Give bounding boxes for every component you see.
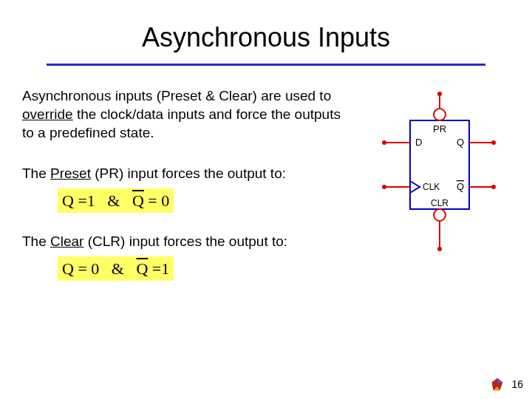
eq2-v2: 1 bbox=[161, 259, 169, 278]
paragraph-preset: The Preset (PR) input forces the output … bbox=[22, 164, 356, 183]
svg-point-10 bbox=[382, 185, 386, 189]
para3-underline: Clear bbox=[50, 233, 83, 249]
paragraph-definition: Asynchronous inputs (Preset & Clear) are… bbox=[22, 86, 356, 142]
svg-point-3 bbox=[434, 109, 446, 120]
eq1-op2: = bbox=[148, 191, 157, 210]
eq1-v1: 1 bbox=[87, 191, 95, 210]
para3-pre: The bbox=[22, 233, 50, 249]
eq1-op1: = bbox=[78, 191, 86, 210]
para3-post: (CLR) input forces the output to: bbox=[83, 233, 287, 249]
slide-title: Asynchronous Inputs bbox=[22, 15, 510, 56]
svg-point-8 bbox=[382, 140, 386, 145]
ff-label-clr: CLR bbox=[431, 198, 449, 208]
eq1-qbar: Q bbox=[132, 191, 144, 210]
ff-label-q: Q bbox=[457, 137, 464, 148]
ff-label-pr: PR bbox=[433, 123, 446, 134]
flipflop-diagram: PR D Q CLK Q CLR bbox=[369, 91, 502, 261]
ff-label-qbar: Q bbox=[457, 181, 464, 192]
svg-point-2 bbox=[437, 92, 442, 96]
svg-point-6 bbox=[437, 247, 442, 251]
equation-clear: Q = 0 & Q =1 bbox=[58, 256, 356, 281]
para2-post: (PR) input forces the output to: bbox=[91, 166, 286, 181]
page-number: 16 bbox=[511, 378, 523, 390]
title-underline bbox=[47, 64, 485, 66]
ff-label-clk: CLK bbox=[423, 182, 440, 192]
svg-point-4 bbox=[434, 209, 446, 221]
svg-point-12 bbox=[491, 140, 496, 145]
eq1: Q =1 & Q = 0 bbox=[58, 188, 174, 213]
para1-underline: override bbox=[22, 106, 73, 122]
text-column: Asynchronous inputs (Preset & Clear) are… bbox=[22, 86, 356, 300]
equation-preset: Q =1 & Q = 0 bbox=[58, 188, 356, 213]
pltw-logo-icon bbox=[489, 377, 505, 393]
para2-pre: The bbox=[22, 166, 50, 181]
para2-underline: Preset bbox=[50, 166, 91, 181]
eq2-op2: = bbox=[152, 259, 161, 278]
eq2-v1: 0 bbox=[91, 259, 99, 278]
para1-pre: Asynchronous inputs (Preset & Clear) are… bbox=[22, 88, 331, 103]
eq2-q: Q bbox=[62, 259, 74, 278]
eq2-op1: = bbox=[78, 259, 86, 278]
eq1-v2: 0 bbox=[161, 191, 169, 210]
eq2-amp: & bbox=[112, 259, 124, 278]
eq2: Q = 0 & Q =1 bbox=[58, 256, 174, 281]
eq2-qbar: Q bbox=[136, 259, 148, 278]
slide-root: Asynchronous Inputs Asynchronous inputs … bbox=[0, 0, 532, 399]
paragraph-clear: The Clear (CLR) input forces the output … bbox=[22, 232, 356, 250]
ff-label-d: D bbox=[415, 137, 422, 148]
eq1-amp: & bbox=[107, 191, 120, 210]
svg-point-14 bbox=[491, 185, 496, 189]
eq1-q: Q bbox=[62, 191, 74, 210]
diagram-column: PR D Q CLK Q CLR bbox=[369, 86, 510, 300]
content-area: Asynchronous inputs (Preset & Clear) are… bbox=[22, 86, 510, 300]
